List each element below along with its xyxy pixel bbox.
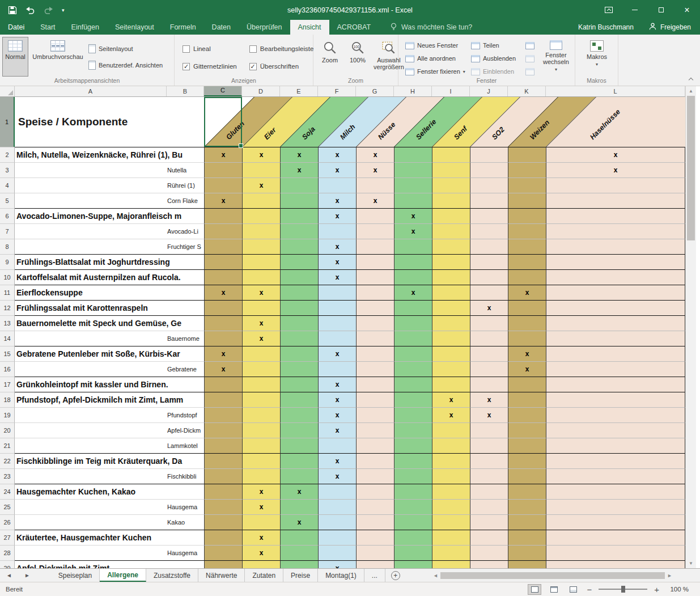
cell-soja-row5[interactable] [280,193,318,208]
cell-sellerie-row17[interactable] [394,377,432,392]
column-header-i[interactable]: I [432,86,470,96]
cell-so2-row6[interactable] [470,208,508,223]
cell-soja-row10[interactable] [280,269,318,285]
cell-weizen-row9[interactable] [508,254,546,269]
ribbon-display-options-icon[interactable] [596,0,622,20]
cell-weizen-row6[interactable] [508,208,546,223]
cell-weizen-row17[interactable] [508,377,546,392]
normal-view-button-status[interactable] [528,584,541,595]
cell-gluten-row11[interactable]: x [204,285,242,300]
user-name[interactable]: Katrin Buschmann [578,23,634,31]
row-header-2[interactable]: 2 [0,147,15,162]
cell-senf-row2[interactable] [432,147,470,162]
cell-sellerie-row16[interactable] [394,361,432,377]
cell-milch-row14[interactable] [318,331,356,346]
column-header-d[interactable]: D [242,86,280,96]
cell-weizen-row2[interactable] [508,147,546,162]
cell-so2-row3[interactable] [470,162,508,177]
cell-haselnüsse-row24[interactable] [546,484,685,499]
cell-nüsse-row11[interactable] [356,285,394,300]
cell-soja-row18[interactable] [280,392,318,407]
cell-weizen-row3[interactable] [508,162,546,177]
synchronous-scrolling-button[interactable] [525,53,534,64]
tab-start[interactable]: Start [32,20,63,35]
cell-weizen-row7[interactable] [508,223,546,239]
cell-weizen-row26[interactable] [508,514,546,530]
row-header-1[interactable]: 1 [0,97,15,147]
cell-soja-row4[interactable] [280,177,318,193]
cell-sellerie-row12[interactable] [394,300,432,315]
cell-sellerie-row19[interactable] [394,407,432,422]
sheet-tab-preise[interactable]: Preise [283,569,318,582]
cell-gluten-row3[interactable] [204,162,242,177]
cell-senf-row20[interactable] [432,422,470,438]
cell-nüsse-row27[interactable] [356,530,394,545]
cell-soja-row15[interactable] [280,346,318,361]
zoom-button[interactable]: Zoom [317,37,343,77]
column-header-l[interactable]: L [546,86,685,96]
cell-haselnüsse-row19[interactable] [546,407,685,422]
cell-sellerie-row14[interactable] [394,331,432,346]
cell-haselnüsse-row2[interactable]: x [546,147,685,162]
cell-sellerie-row22[interactable] [394,453,432,468]
zoom-100-button[interactable]: 100 100% [345,37,370,77]
cell-haselnüsse-row28[interactable] [546,545,685,560]
cell-milch-row11[interactable] [318,285,356,300]
collapse-ribbon-icon[interactable] [686,75,695,82]
cell-weizen-row25[interactable] [508,499,546,514]
cell-soja-row25[interactable] [280,499,318,514]
cell-eier-row24[interactable]: x [242,484,280,499]
cell-milch-row9[interactable]: x [318,254,356,269]
cell-so2-row21[interactable] [470,438,508,453]
cell-dish-component[interactable]: Bauernomelette mit Speck und Gemüse, Ge [15,315,204,331]
cell-soja-row20[interactable] [280,422,318,438]
cell-eier-row15[interactable] [242,346,280,361]
cell-sellerie-row24[interactable] [394,484,432,499]
cell-milch-row27[interactable] [318,530,356,545]
cell-milch-row6[interactable]: x [318,208,356,223]
cell-eier-row21[interactable] [242,438,280,453]
column-header-b[interactable]: B [167,86,204,96]
cell-eier-row8[interactable] [242,239,280,254]
sheet-tab-speiseplan[interactable]: Speiseplan [51,569,100,582]
row-header-15[interactable]: 15 [0,346,15,361]
checkbox-überschriften[interactable]: ✓Überschriften [249,60,314,73]
page-break-view-button-status[interactable] [566,584,580,595]
cell-sellerie-row20[interactable] [394,422,432,438]
cell-haselnüsse-row20[interactable] [546,422,685,438]
row-header-11[interactable]: 11 [0,285,15,300]
cell-dish-component[interactable]: Nutella [15,162,204,177]
cell-so2-row27[interactable] [470,530,508,545]
cell-sellerie-row4[interactable] [394,177,432,193]
cell-milch-row18[interactable]: x [318,392,356,407]
row-header-4[interactable]: 4 [0,177,15,193]
cell-dish-component[interactable]: Kartoffelsalat mit Austernpilzen auf Ruc… [15,269,204,285]
cell-weizen-row22[interactable] [508,453,546,468]
cell-nüsse-row21[interactable] [356,438,394,453]
cell-soja-row7[interactable] [280,223,318,239]
cell-so2-row12[interactable]: x [470,300,508,315]
cell-sellerie-row6[interactable]: x [394,208,432,223]
cell-senf-row21[interactable] [432,438,470,453]
cell-sellerie-row2[interactable] [394,147,432,162]
cell-dish-component[interactable]: Fischkibblinge im Teig mit Kräuterquark,… [15,453,204,468]
page-layout-view-button-status[interactable] [547,584,561,595]
redo-icon[interactable] [44,6,53,14]
horizontal-scrollbar[interactable]: ◄ ► [431,571,674,580]
row-header-3[interactable]: 3 [0,162,15,177]
cell-senf-row3[interactable] [432,162,470,177]
cell-gluten-row9[interactable] [204,254,242,269]
cell-weizen-row16[interactable]: x [508,361,546,377]
normal-view-button[interactable]: Normal [2,37,28,77]
cell-weizen-row10[interactable] [508,269,546,285]
cell-a1-speise-komponente[interactable]: Speise / Komponente [15,97,204,147]
column-header-e[interactable]: E [280,86,318,96]
cell-so2-row5[interactable] [470,193,508,208]
cell-eier-row11[interactable]: x [242,285,280,300]
cell-weizen-row27[interactable] [508,530,546,545]
cell-weizen-row18[interactable] [508,392,546,407]
cell-dish-component[interactable]: Milch, Nutella, Weizenknäcke, Rührei (1)… [15,147,204,162]
cell-gluten-row29[interactable] [204,560,242,568]
cell-eier-row12[interactable] [242,300,280,315]
cell-weizen-row23[interactable] [508,468,546,484]
